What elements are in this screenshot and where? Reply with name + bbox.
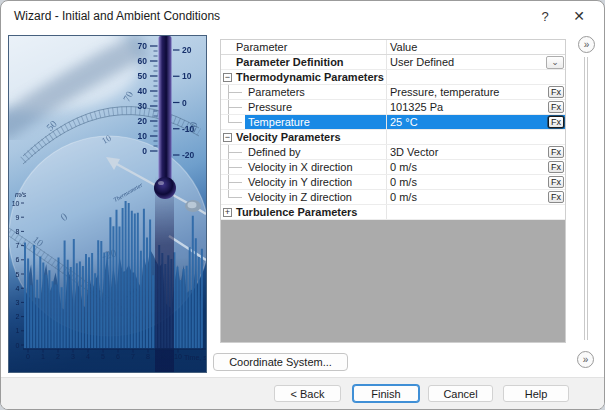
param-value: 25 °C (390, 116, 418, 128)
param-value: 0 m/s (390, 191, 417, 203)
chevron-down-icon[interactable]: ⌄ (546, 56, 564, 69)
svg-text:1: 1 (16, 327, 20, 334)
param-label: Pressure (248, 101, 292, 113)
svg-text:2: 2 (16, 313, 20, 320)
tree-branch-line (223, 100, 245, 114)
collapse-icon[interactable]: − (223, 73, 232, 82)
wizard-dialog: Wizard - Initial and Ambient Conditions … (0, 0, 605, 410)
svg-text:8: 8 (146, 353, 150, 360)
collapse-icon[interactable]: − (223, 133, 232, 142)
param-row-parameters[interactable]: ParametersPressure, temperatureFx (221, 85, 565, 100)
param-row-turbulence-parameters[interactable]: +Turbulence Parameters (221, 205, 565, 220)
svg-text:7: 7 (131, 353, 135, 360)
svg-text:0: 0 (142, 146, 147, 156)
double-chevron-right-icon: » (583, 354, 589, 365)
tree-branch-line (223, 190, 245, 204)
svg-text:3: 3 (16, 299, 20, 306)
tree-branch-line (223, 85, 245, 99)
help-button[interactable]: Help (503, 385, 569, 402)
titlebar-help-button[interactable]: ? (533, 5, 557, 27)
table-header-row: Parameter Value (221, 40, 565, 55)
svg-text:4: 4 (86, 353, 90, 360)
fx-dependency-button[interactable]: Fx (548, 176, 564, 188)
param-label: Velocity in X direction (248, 161, 353, 173)
svg-text:3: 3 (71, 353, 75, 360)
svg-text:70: 70 (138, 41, 148, 51)
question-icon: ? (541, 9, 548, 24)
svg-text:60: 60 (138, 56, 148, 66)
panel-splitter[interactable] (584, 57, 588, 340)
param-row-pressure[interactable]: Pressure101325 PaFx (221, 100, 565, 115)
panel-expander-top[interactable]: » (578, 36, 595, 53)
coordinate-system-button[interactable]: Coordinate System... (213, 353, 348, 371)
svg-text:10: 10 (182, 71, 192, 81)
tree-branch-line (223, 115, 245, 129)
svg-text:m/s: m/s (15, 191, 27, 198)
svg-text:5: 5 (101, 353, 105, 360)
svg-text:6: 6 (116, 353, 120, 360)
double-chevron-right-icon: » (584, 39, 590, 50)
close-icon: ✕ (573, 8, 585, 24)
svg-text:0: 0 (182, 98, 187, 108)
param-label: Temperature (248, 116, 310, 128)
svg-text:10: 10 (174, 353, 182, 360)
param-row-velocity-in-x-direction[interactable]: Velocity in X direction0 m/sFx (221, 160, 565, 175)
param-label: Thermodynamic Parameters (236, 71, 384, 83)
svg-text:1: 1 (41, 353, 45, 360)
svg-text:40: 40 (138, 86, 148, 96)
param-row-velocity-in-y-direction[interactable]: Velocity in Y direction0 m/sFx (221, 175, 565, 190)
svg-text:0: 0 (26, 353, 30, 360)
param-row-velocity-parameters[interactable]: −Velocity Parameters (221, 130, 565, 145)
param-value: User Defined (390, 56, 454, 68)
close-button[interactable]: ✕ (565, 5, 593, 27)
param-table: Parameter Value Parameter DefinitionUser… (220, 39, 566, 343)
cancel-button[interactable]: Cancel (428, 385, 493, 402)
svg-text:-20: -20 (182, 150, 195, 160)
svg-text:5: 5 (16, 271, 20, 278)
table-empty-area (221, 220, 565, 342)
param-row-velocity-in-z-direction[interactable]: Velocity in Z direction0 m/sFx (221, 190, 565, 205)
title-bar[interactable]: Wizard - Initial and Ambient Conditions … (1, 1, 604, 31)
fx-dependency-button[interactable]: Fx (548, 146, 564, 158)
tree-branch-line (223, 145, 245, 159)
column-header-value: Value (390, 41, 417, 53)
param-row-defined-by[interactable]: Defined by3D VectorFx (221, 145, 565, 160)
svg-text:0: 0 (16, 342, 20, 349)
expand-icon[interactable]: + (223, 208, 232, 217)
svg-text:10: 10 (138, 131, 148, 141)
param-label: Turbulence Parameters (236, 206, 357, 218)
svg-text:7: 7 (16, 242, 20, 249)
footer: < Back Finish Cancel Help (1, 377, 604, 409)
column-header-parameter: Parameter (236, 41, 287, 53)
param-label: Velocity in Z direction (248, 191, 352, 203)
finish-button[interactable]: Finish (353, 385, 419, 402)
param-label: Velocity in Y direction (248, 176, 352, 188)
svg-text:4: 4 (16, 285, 20, 292)
svg-text:8: 8 (16, 228, 20, 235)
svg-text:Time, s: Time, s (184, 354, 206, 361)
param-value: 3D Vector (390, 146, 438, 158)
param-value: 101325 Pa (390, 101, 443, 113)
svg-text:-10: -10 (182, 124, 195, 134)
svg-text:20: 20 (138, 116, 148, 126)
fx-dependency-button[interactable]: Fx (548, 191, 564, 203)
param-label: Parameters (248, 86, 305, 98)
back-button[interactable]: < Back (274, 385, 341, 402)
fx-dependency-button[interactable]: Fx (548, 161, 564, 173)
svg-text:50: 50 (138, 71, 148, 81)
param-row-thermodynamic-parameters[interactable]: −Thermodynamic Parameters (221, 70, 565, 85)
fx-dependency-button[interactable]: Fx (548, 86, 564, 98)
panel-expander-bottom[interactable]: » (577, 351, 594, 368)
param-value: 0 m/s (390, 176, 417, 188)
param-label: Parameter Definition (236, 56, 344, 68)
fx-dependency-button[interactable]: Fx (548, 101, 564, 113)
svg-text:30: 30 (138, 101, 148, 111)
svg-text:6: 6 (16, 256, 20, 263)
tree-branch-line (223, 175, 245, 189)
fx-dependency-button[interactable]: Fx (548, 116, 564, 128)
param-row-parameter-definition[interactable]: Parameter DefinitionUser Defined⌄ (221, 55, 565, 70)
svg-text:10: 10 (12, 200, 20, 207)
param-label: Defined by (248, 146, 301, 158)
param-row-temperature[interactable]: Temperature25 °CFx (221, 115, 565, 130)
svg-text:9: 9 (16, 214, 20, 221)
